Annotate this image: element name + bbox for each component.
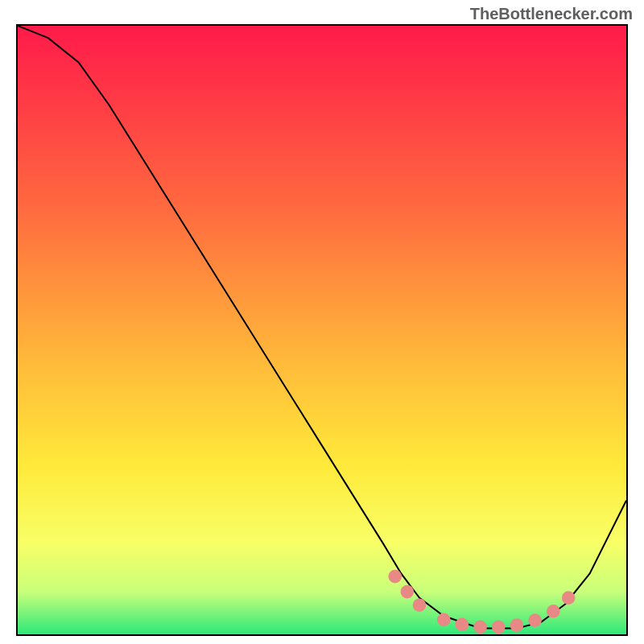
chart-svg (18, 26, 626, 634)
highlight-marker (473, 621, 487, 634)
bottleneck-curve-line (18, 26, 626, 628)
highlight-marker (510, 618, 524, 632)
highlight-marker (456, 618, 469, 632)
highlight-marker (547, 605, 560, 618)
highlight-marker (413, 598, 427, 612)
highlight-marker (437, 613, 451, 627)
highlight-marker (401, 585, 415, 599)
highlight-marker (388, 570, 402, 584)
watermark-text: TheBottlenecker.com (470, 5, 633, 23)
highlight-marker (492, 621, 506, 634)
plot-frame (16, 24, 628, 636)
highlight-marker (528, 613, 542, 627)
highlight-marker (562, 591, 576, 605)
